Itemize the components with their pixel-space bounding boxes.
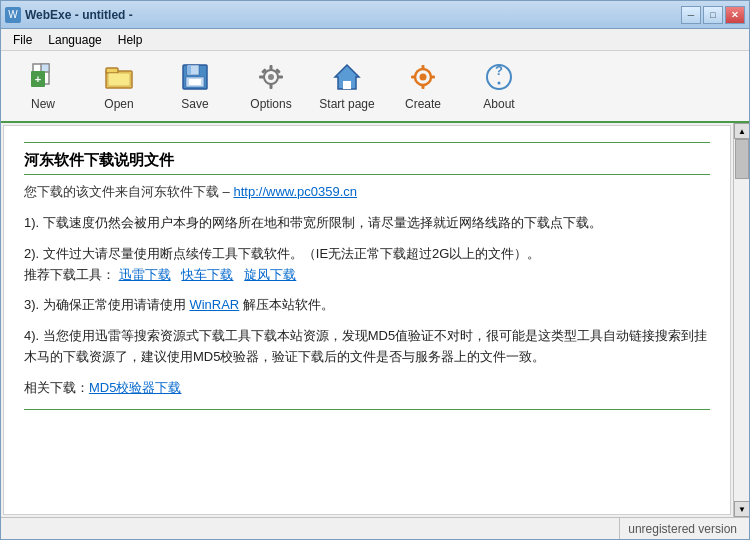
- title-bar: W WebExe - untitled - ─ □ ✕: [1, 1, 749, 29]
- scrollbar[interactable]: ▲ ▼: [733, 123, 749, 517]
- minimize-button[interactable]: ─: [681, 6, 701, 24]
- website-link[interactable]: http://www.pc0359.cn: [233, 184, 357, 199]
- svg-rect-17: [278, 76, 283, 79]
- close-button[interactable]: ✕: [725, 6, 745, 24]
- create-button[interactable]: Create: [389, 56, 457, 116]
- section-5: 相关下载：MD5校验器下载: [24, 378, 710, 399]
- open-button[interactable]: Open: [85, 56, 153, 116]
- toolbar: + New Open: [1, 51, 749, 123]
- svg-rect-5: [106, 68, 118, 73]
- main-window: W WebExe - untitled - ─ □ ✕ File Languag…: [0, 0, 750, 540]
- window-title: WebExe - untitled -: [25, 8, 681, 22]
- status-bar: unregistered version: [1, 517, 749, 539]
- svg-rect-16: [259, 76, 264, 79]
- title-bar-controls: ─ □ ✕: [681, 6, 745, 24]
- startpage-icon: [331, 61, 363, 93]
- section-4: 4). 当您使用迅雷等搜索资源式下载工具下载本站资源，发现MD5值验证不对时，很…: [24, 326, 710, 368]
- svg-rect-24: [422, 65, 425, 70]
- create-icon: [407, 61, 439, 93]
- svg-point-13: [268, 74, 274, 80]
- svg-rect-21: [343, 81, 351, 89]
- md5-link[interactable]: MD5校验器下载: [89, 380, 181, 395]
- svg-rect-14: [270, 65, 273, 70]
- scroll-down-button[interactable]: ▼: [734, 501, 749, 517]
- kuaiche-link[interactable]: 快车下载: [181, 267, 233, 282]
- svg-rect-26: [411, 76, 416, 79]
- about-icon: ?: [483, 61, 515, 93]
- svg-rect-27: [430, 76, 435, 79]
- menu-help[interactable]: Help: [110, 31, 151, 49]
- xuanfeng-link[interactable]: 旋风下载: [244, 267, 296, 282]
- save-button[interactable]: Save: [161, 56, 229, 116]
- doc-title: 河东软件下载说明文件: [24, 151, 710, 175]
- open-label: Open: [104, 97, 133, 111]
- app-icon: W: [5, 7, 21, 23]
- save-label: Save: [181, 97, 208, 111]
- svg-point-30: [498, 82, 501, 85]
- section3-prefix: 3). 为确保正常使用请请使用: [24, 297, 189, 312]
- new-button[interactable]: + New: [9, 56, 77, 116]
- xunlei-link[interactable]: 迅雷下载: [119, 267, 171, 282]
- options-icon: [255, 61, 287, 93]
- svg-rect-6: [108, 73, 130, 86]
- svg-rect-15: [270, 84, 273, 89]
- section5-prefix: 相关下载：: [24, 380, 89, 395]
- options-button[interactable]: Options: [237, 56, 305, 116]
- options-label: Options: [250, 97, 291, 111]
- section-3: 3). 为确保正常使用请请使用 WinRAR 解压本站软件。: [24, 295, 710, 316]
- scroll-up-button[interactable]: ▲: [734, 123, 749, 139]
- scroll-thumb[interactable]: [735, 139, 749, 179]
- svg-rect-25: [422, 84, 425, 89]
- about-button[interactable]: ? About: [465, 56, 533, 116]
- status-left: [5, 518, 620, 539]
- new-label: New: [31, 97, 55, 111]
- menu-file[interactable]: File: [5, 31, 40, 49]
- section3-suffix: 解压本站软件。: [239, 297, 334, 312]
- section-2: 2). 文件过大请尽量使用断点续传工具下载软件。（IE无法正常下载超过2G以上的…: [24, 244, 710, 286]
- subtitle-prefix: 您下载的该文件来自河东软件下载 –: [24, 184, 233, 199]
- doc-subtitle: 您下载的该文件来自河东软件下载 – http://www.pc0359.cn: [24, 183, 710, 201]
- svg-text:?: ?: [495, 63, 503, 78]
- create-label: Create: [405, 97, 441, 111]
- maximize-button[interactable]: □: [703, 6, 723, 24]
- content-wrapper: 河东软件下载说明文件 您下载的该文件来自河东软件下载 – http://www.…: [1, 123, 749, 517]
- open-icon: [103, 61, 135, 93]
- svg-text:+: +: [35, 73, 41, 85]
- menu-bar: File Language Help: [1, 29, 749, 51]
- startpage-label: Start page: [319, 97, 374, 111]
- section-1: 1). 下载速度仍然会被用户本身的网络所在地和带宽所限制，请尽量选择就近网络线路…: [24, 213, 710, 234]
- status-right: unregistered version: [620, 522, 745, 536]
- save-icon: [179, 61, 211, 93]
- bottom-divider: [24, 409, 710, 410]
- new-icon: +: [27, 61, 59, 93]
- winrar-link[interactable]: WinRAR: [189, 297, 239, 312]
- menu-language[interactable]: Language: [40, 31, 109, 49]
- svg-point-23: [420, 74, 427, 81]
- version-text: unregistered version: [628, 522, 737, 536]
- svg-rect-1: [41, 64, 49, 72]
- content-area[interactable]: 河东软件下载说明文件 您下载的该文件来自河东软件下载 – http://www.…: [3, 125, 731, 515]
- tools-prefix: 推荐下载工具：: [24, 267, 115, 282]
- svg-rect-9: [188, 66, 191, 74]
- about-label: About: [483, 97, 514, 111]
- scroll-track: [734, 139, 749, 501]
- startpage-button[interactable]: Start page: [313, 56, 381, 116]
- svg-rect-11: [189, 79, 201, 85]
